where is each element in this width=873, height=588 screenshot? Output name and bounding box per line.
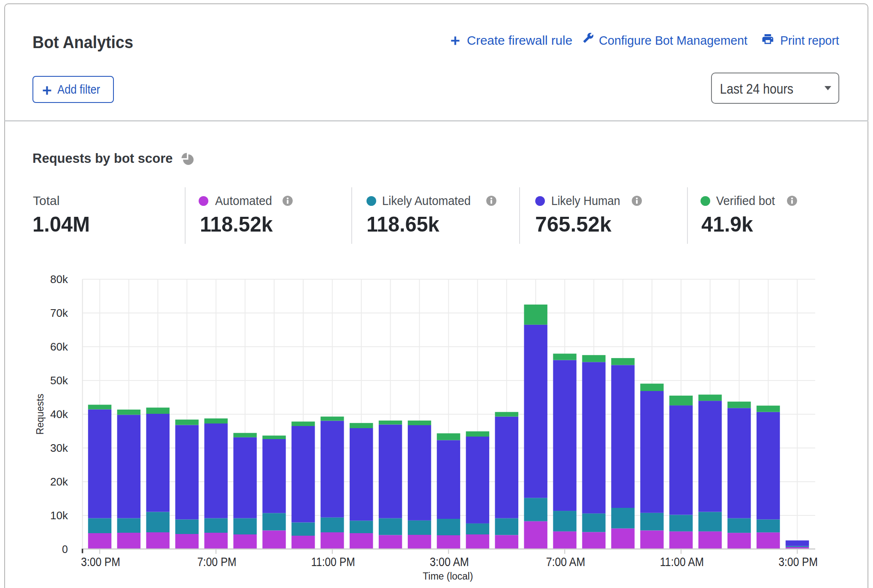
svg-text:Requests: Requests [35, 394, 46, 434]
svg-text:11:00 AM: 11:00 AM [660, 555, 704, 569]
svg-text:7:00 AM: 7:00 AM [546, 555, 585, 569]
svg-text:11:00 PM: 11:00 PM [311, 555, 355, 569]
svg-text:0: 0 [62, 543, 68, 555]
svg-text:30k: 30k [50, 442, 68, 454]
svg-text:60k: 60k [50, 341, 68, 353]
svg-text:80k: 80k [50, 273, 68, 285]
svg-text:20k: 20k [50, 476, 68, 488]
svg-text:10k: 10k [50, 510, 68, 521]
svg-text:40k: 40k [50, 408, 68, 420]
svg-text:70k: 70k [50, 307, 68, 319]
svg-text:50k: 50k [50, 375, 68, 386]
svg-text:3:00 AM: 3:00 AM [430, 555, 469, 569]
svg-text:7:00 PM: 7:00 PM [197, 555, 237, 569]
svg-text:Time (local): Time (local) [423, 571, 473, 582]
svg-text:3:00 PM: 3:00 PM [81, 555, 120, 569]
svg-text:3:00 PM: 3:00 PM [779, 555, 818, 569]
